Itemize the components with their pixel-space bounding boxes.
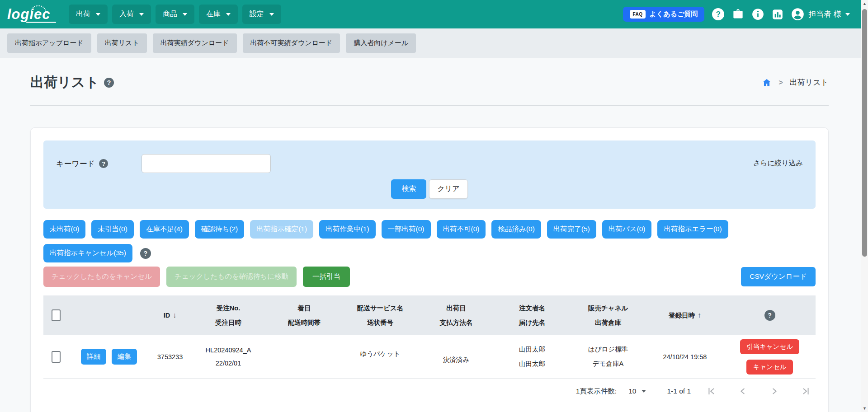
bar-chart-icon[interactable] bbox=[772, 9, 783, 20]
row-actions-cell: 詳細 編集 bbox=[68, 335, 150, 378]
row-registered-at: 24/10/24 19:58 bbox=[646, 335, 724, 378]
previous-page-icon[interactable] bbox=[738, 386, 748, 396]
home-icon[interactable] bbox=[762, 78, 772, 88]
scrollbar-thumb[interactable] bbox=[862, 9, 867, 257]
header-actions-cell bbox=[68, 295, 150, 335]
faq-button[interactable]: FAQ よくあるご質問 bbox=[623, 7, 704, 22]
keyword-label: キーワード bbox=[56, 159, 95, 169]
nav-menu-receiving[interactable]: 入荷 bbox=[112, 5, 151, 24]
breadcrumb-current: 出荷リスト bbox=[790, 77, 829, 88]
nav-menu-shipping-label: 出荷 bbox=[76, 9, 90, 19]
user-avatar-icon bbox=[791, 8, 804, 21]
move-checked-to-pending-button[interactable]: チェックしたものを確認待ちに移動 bbox=[166, 267, 297, 287]
cancel-checked-button[interactable]: チェックしたものをキャンセル bbox=[43, 267, 160, 287]
filter-unallocated[interactable]: 未引当(0) bbox=[91, 220, 133, 239]
info-icon[interactable] bbox=[752, 8, 764, 20]
first-page-icon[interactable] bbox=[706, 386, 716, 396]
bulk-actions-row: チェックしたものをキャンセル チェックしたものを確認待ちに移動 一括引当 CSV… bbox=[43, 267, 816, 287]
refine-search-link[interactable]: さらに絞り込み bbox=[753, 159, 803, 168]
nav-menu-settings-label: 設定 bbox=[250, 9, 264, 19]
main-menu: 出荷 入荷 商品 在庫 設定 bbox=[69, 5, 281, 24]
last-page-icon[interactable] bbox=[801, 386, 811, 396]
header-registered-at[interactable]: 登録日時 ↑ bbox=[646, 295, 724, 335]
header-delivery-service: 配送サービス名送状番号 bbox=[342, 295, 418, 335]
per-page-label: 1頁表示件数: bbox=[576, 387, 617, 396]
header-sales-channel: 販売チャネル出荷倉庫 bbox=[570, 295, 646, 335]
search-button[interactable]: 検索 bbox=[391, 179, 426, 199]
chevron-down-icon bbox=[845, 13, 850, 16]
top-navigation: logiec 出荷 入荷 商品 在庫 設定 FAQ よくあるご質問 ? bbox=[0, 0, 868, 28]
subnav-shipping-list[interactable]: 出荷リスト bbox=[97, 33, 147, 53]
nav-menu-shipping[interactable]: 出荷 bbox=[69, 5, 108, 24]
scroll-down-icon[interactable]: ▼ bbox=[861, 406, 868, 411]
row-id: 3753233 bbox=[150, 335, 190, 378]
search-panel: キーワード ? さらに絞り込み 検索 クリア bbox=[43, 140, 816, 209]
filter-shipping-in-progress[interactable]: 出荷作業中(1) bbox=[319, 220, 375, 239]
filter-awaiting-confirmation[interactable]: 確認待ち(2) bbox=[195, 220, 244, 239]
pagination: 1頁表示件数: 10 1-1 of 1 bbox=[43, 386, 816, 396]
filter-unshippable[interactable]: 出荷不可(0) bbox=[437, 220, 486, 239]
briefcase-icon[interactable] bbox=[732, 8, 744, 20]
keyword-help-icon[interactable]: ? bbox=[99, 159, 108, 168]
row-orderer-name: 山田太郎山田太郎 bbox=[494, 335, 570, 378]
subnav-unshippable-results-download[interactable]: 出荷不可実績ダウンロード bbox=[243, 33, 340, 53]
filter-instruction-error[interactable]: 出荷指示エラー(0) bbox=[657, 220, 728, 239]
next-page-icon[interactable] bbox=[769, 386, 779, 396]
nav-menu-products[interactable]: 商品 bbox=[156, 5, 194, 24]
subnav-shipping-results-download[interactable]: 出荷実績ダウンロード bbox=[153, 33, 237, 53]
chevron-down-icon bbox=[183, 13, 187, 16]
nav-menu-receiving-label: 入荷 bbox=[119, 9, 134, 19]
nav-menu-products-label: 商品 bbox=[163, 9, 177, 19]
header-id[interactable]: ID ↓ bbox=[150, 295, 190, 335]
shipping-list-card: キーワード ? さらに絞り込み 検索 クリア 未出荷(0) 未引当(0) 在庫不… bbox=[30, 127, 829, 412]
filter-inspected[interactable]: 検品済み(0) bbox=[491, 220, 541, 239]
clear-button[interactable]: クリア bbox=[429, 179, 467, 199]
chevron-down-icon bbox=[226, 13, 231, 16]
faq-icon: FAQ bbox=[630, 10, 645, 19]
row-cancel-cell: 引当キャンセル キャンセル bbox=[724, 335, 816, 378]
chevron-down-icon bbox=[269, 13, 274, 16]
header-ship-date: 出荷日支払方法名 bbox=[418, 295, 494, 335]
user-menu[interactable]: 担当者 様 bbox=[791, 8, 850, 21]
subnav-shipping-instruction-upload[interactable]: 出荷指示アップロード bbox=[7, 33, 91, 53]
keyword-input[interactable] bbox=[142, 154, 271, 173]
header-order-no: 受注No.受注日時 bbox=[190, 295, 266, 335]
filter-shipping-pass[interactable]: 出荷パス(0) bbox=[602, 220, 652, 239]
cancel-button[interactable]: キャンセル bbox=[746, 360, 793, 375]
row-delivery-service: ゆうパケット bbox=[342, 335, 418, 378]
filter-partially-shipped[interactable]: 一部出荷(0) bbox=[382, 220, 431, 239]
page-title-help-icon[interactable]: ? bbox=[104, 78, 114, 88]
row-checkbox[interactable] bbox=[52, 351, 61, 363]
per-page-select[interactable]: 10 bbox=[628, 387, 646, 395]
table-help-icon[interactable]: ? bbox=[764, 310, 775, 321]
app-logo[interactable]: logiec bbox=[7, 6, 62, 23]
edit-button[interactable]: 編集 bbox=[112, 349, 137, 365]
filter-shipping-complete[interactable]: 出荷完了(5) bbox=[547, 220, 596, 239]
select-all-checkbox[interactable] bbox=[52, 309, 61, 321]
scroll-up-icon[interactable]: ▲ bbox=[861, 1, 868, 6]
filter-instruction-confirmed[interactable]: 出荷指示確定(1) bbox=[250, 220, 313, 239]
help-circle-icon[interactable]: ? bbox=[712, 8, 724, 20]
breadcrumb-separator: > bbox=[778, 79, 783, 87]
detail-button[interactable]: 詳細 bbox=[81, 349, 106, 365]
nav-menu-inventory[interactable]: 在庫 bbox=[199, 5, 238, 24]
filter-not-shipped[interactable]: 未出荷(0) bbox=[43, 220, 85, 239]
status-filter-row-2: 出荷指示キャンセル(35) ? bbox=[43, 244, 816, 262]
csv-download-button[interactable]: CSVダウンロード bbox=[741, 267, 816, 286]
filter-instruction-cancelled[interactable]: 出荷指示キャンセル(35) bbox=[43, 244, 132, 262]
vertical-scrollbar[interactable]: ▲ ▼ bbox=[861, 0, 868, 412]
topnav-right: FAQ よくあるご質問 ? 担当者 様 bbox=[623, 7, 850, 22]
cancel-allocation-button[interactable]: 引当キャンセル bbox=[740, 339, 799, 354]
title-divider bbox=[30, 105, 829, 106]
filters-help-icon[interactable]: ? bbox=[140, 248, 151, 259]
sort-asc-icon: ↑ bbox=[698, 311, 701, 319]
row-sales-channel: はぴロジ標準デモ倉庫A bbox=[570, 335, 646, 378]
bulk-allocate-button[interactable]: 一括引当 bbox=[303, 267, 350, 287]
sub-navigation: 出荷指示アップロード 出荷リスト 出荷実績ダウンロード 出荷不可実績ダウンロード… bbox=[0, 28, 868, 58]
user-name: 担当者 様 bbox=[808, 9, 841, 19]
filter-stock-shortage[interactable]: 在庫不足(4) bbox=[140, 220, 189, 239]
table-row: 詳細 編集 3753233 HL20240924_A22/02/01 ゆうパケッ… bbox=[43, 335, 816, 379]
subnav-buyer-email[interactable]: 購入者向けメール bbox=[346, 33, 416, 53]
nav-menu-settings[interactable]: 設定 bbox=[242, 5, 281, 24]
table-header-row: ID ↓ 受注No.受注日時 着日配送時間帯 配送サービス名送状番号 出荷日支払… bbox=[43, 295, 816, 335]
